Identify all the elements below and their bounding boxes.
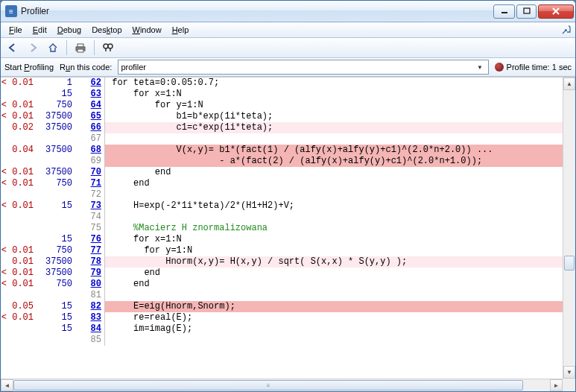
code-row: < 0.013750070 end <box>1 167 563 178</box>
code-cell[interactable] <box>105 290 563 301</box>
profiler-window: ≡ Profiler File Edit Debug Desktop Windo… <box>0 0 576 392</box>
code-cell[interactable]: %Macierz H znormalizowana <box>105 223 563 234</box>
dock-icon[interactable] <box>560 24 572 36</box>
menu-file[interactable]: File <box>4 24 28 36</box>
calls-cell: 15 <box>38 200 75 212</box>
profile-time: Profile time: 1 sec <box>495 63 572 72</box>
menubar: File Edit Debug Desktop Window Help <box>1 22 575 38</box>
scroll-corner <box>563 379 575 391</box>
line-number-link[interactable]: 71 <box>75 178 105 189</box>
code-cell[interactable]: end <box>105 167 563 178</box>
code-cell[interactable]: for y=1:N <box>105 245 563 256</box>
print-button[interactable] <box>72 39 89 56</box>
code-cell[interactable]: H=exp(-2*1i*teta)/2*(H1+H2)+V; <box>105 200 563 212</box>
code-row: 0.043750068 V(x,y)= b1*(fact(1) / (alfy(… <box>1 145 563 156</box>
code-cell[interactable]: E=eig(Hnorm,Snorm); <box>105 301 563 312</box>
line-number-link[interactable]: 65 <box>75 111 105 122</box>
close-button[interactable] <box>538 4 574 19</box>
calls-cell: 37500 <box>38 167 75 178</box>
home-button[interactable] <box>44 39 62 56</box>
code-row: 85 <box>1 335 563 346</box>
code-cell[interactable]: for x=1:N <box>105 89 563 100</box>
line-number-link[interactable]: 73 <box>75 200 105 212</box>
scroll-up-arrow-icon[interactable]: ▲ <box>563 78 575 90</box>
profiler-bar: Start Profiling Run this code: profiler … <box>1 58 575 77</box>
horizontal-scrollbar[interactable]: ◄ ≡ ► <box>1 379 563 391</box>
line-number-link[interactable]: 80 <box>75 279 105 290</box>
combo-text: profiler <box>121 63 474 72</box>
minimize-button[interactable] <box>493 4 515 19</box>
forward-button[interactable] <box>24 39 42 56</box>
line-number-link[interactable]: 68 <box>75 145 105 156</box>
scroll-right-arrow-icon[interactable]: ► <box>550 379 563 391</box>
menu-desktop[interactable]: Desktop <box>86 24 127 36</box>
time-cell: 0.02 <box>1 122 38 133</box>
code-cell[interactable]: - a*(fact(2) / (alfy(x)+alfy(y)+c1)^(2.0… <box>105 156 563 167</box>
vertical-scrollbar[interactable]: ▲ ▼ <box>563 78 575 379</box>
svg-point-7 <box>104 44 108 48</box>
code-cell[interactable] <box>105 189 563 200</box>
start-profiling-link[interactable]: Start Profiling <box>4 63 54 72</box>
menu-debug[interactable]: Debug <box>52 24 86 36</box>
code-cell[interactable]: for y=1:N <box>105 100 563 111</box>
titlebar[interactable]: ≡ Profiler <box>1 1 575 22</box>
line-number-link[interactable]: 77 <box>75 245 105 256</box>
hscroll-thumb[interactable]: ≡ <box>13 380 523 391</box>
line-number-link[interactable]: 76 <box>75 234 105 245</box>
code-viewport[interactable]: < 0.01162 for teta=0:0.05:0.7;1563 for x… <box>1 78 563 379</box>
line-number-link[interactable]: 79 <box>75 268 105 279</box>
code-cell[interactable]: V(x,y)= b1*(fact(1) / (alfy(x)+alfy(y)+c… <box>105 145 563 156</box>
line-number-link[interactable]: 78 <box>75 256 105 268</box>
vscroll-track[interactable] <box>563 90 575 366</box>
back-button[interactable] <box>4 39 22 56</box>
code-cell[interactable]: end <box>105 279 563 290</box>
calls-cell: 37500 <box>38 256 75 268</box>
line-number-link[interactable]: 70 <box>75 167 105 178</box>
code-cell[interactable]: im=imag(E); <box>105 323 563 335</box>
scroll-down-arrow-icon[interactable]: ▼ <box>563 366 575 379</box>
vscroll-thumb[interactable] <box>564 256 575 271</box>
code-combo[interactable]: profiler ▼ <box>118 60 488 75</box>
line-number-link[interactable]: 66 <box>75 122 105 133</box>
calls-cell: 1 <box>38 78 75 89</box>
calls-cell: 750 <box>38 245 75 256</box>
chevron-down-icon[interactable]: ▼ <box>475 61 486 73</box>
time-cell: < 0.01 <box>1 100 38 111</box>
code-row: < 0.011583 re=real(E); <box>1 312 563 323</box>
menu-help[interactable]: Help <box>167 24 194 36</box>
line-number-link: 72 <box>75 189 105 200</box>
code-row: 67 <box>1 133 563 145</box>
code-cell[interactable]: re=real(E); <box>105 312 563 323</box>
find-button[interactable] <box>99 39 117 56</box>
code-cell[interactable]: for x=1:N <box>105 234 563 245</box>
menu-edit[interactable]: Edit <box>28 24 52 36</box>
svg-point-8 <box>108 44 113 48</box>
code-row: 69 - a*(fact(2) / (alfy(x)+alfy(y)+c1)^(… <box>1 156 563 167</box>
code-cell[interactable] <box>105 335 563 346</box>
scroll-left-arrow-icon[interactable]: ◄ <box>1 379 13 391</box>
time-cell: 0.01 <box>1 256 38 268</box>
code-cell[interactable]: c1=c*exp(1i*teta); <box>105 122 563 133</box>
code-cell[interactable] <box>105 212 563 223</box>
time-cell: < 0.01 <box>1 167 38 178</box>
code-row: 1563 for x=1:N <box>1 89 563 100</box>
line-number-link[interactable]: 82 <box>75 301 105 312</box>
code-cell[interactable] <box>105 133 563 145</box>
line-number-link[interactable]: 83 <box>75 312 105 323</box>
hscroll-track[interactable]: ≡ <box>13 379 550 391</box>
code-cell[interactable]: Hnorm(x,y)= H(x,y) / sqrt( S(x,x) * S(y,… <box>105 256 563 268</box>
toolbar-separator <box>66 40 67 55</box>
line-number-link[interactable]: 64 <box>75 100 105 111</box>
code-cell[interactable]: b1=b*exp(1i*teta); <box>105 111 563 122</box>
run-code-label[interactable]: Run this code: <box>60 63 112 72</box>
code-cell[interactable]: for teta=0:0.05:0.7; <box>105 78 563 89</box>
code-cell[interactable]: end <box>105 178 563 189</box>
maximize-button[interactable] <box>516 4 537 19</box>
window-title: Profiler <box>21 6 493 16</box>
line-number-link[interactable]: 63 <box>75 89 105 100</box>
line-number-link[interactable]: 62 <box>75 78 105 89</box>
code-cell[interactable]: end <box>105 268 563 279</box>
line-number-link: 69 <box>75 156 105 167</box>
menu-window[interactable]: Window <box>127 24 167 36</box>
line-number-link[interactable]: 84 <box>75 323 105 335</box>
